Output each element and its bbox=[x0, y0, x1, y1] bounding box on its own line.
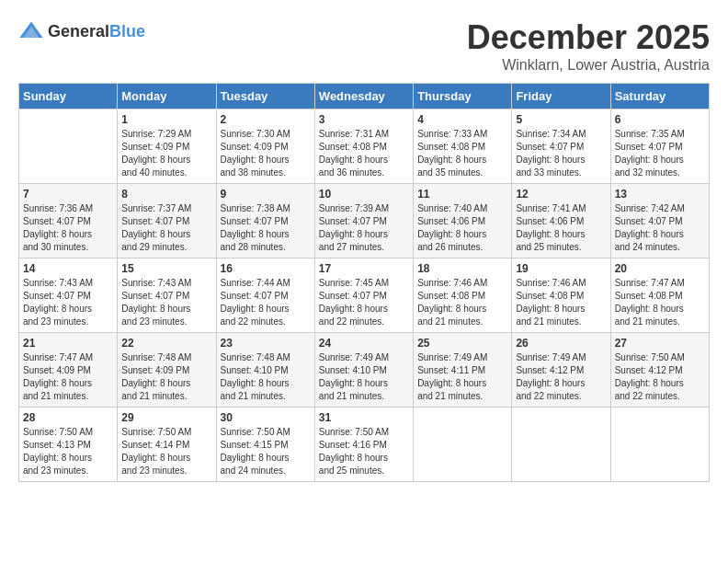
day-number: 15 bbox=[121, 262, 211, 275]
day-info: Sunrise: 7:48 AM Sunset: 4:09 PM Dayligh… bbox=[121, 351, 211, 403]
weekday-header-monday: Monday bbox=[118, 84, 216, 109]
day-info: Sunrise: 7:38 AM Sunset: 4:07 PM Dayligh… bbox=[221, 202, 311, 254]
day-number: 1 bbox=[121, 113, 211, 126]
day-number: 28 bbox=[23, 411, 113, 424]
week-row-3: 14Sunrise: 7:43 AM Sunset: 4:07 PM Dayli… bbox=[19, 259, 710, 333]
logo-general-text: General bbox=[48, 22, 109, 41]
day-number: 21 bbox=[23, 337, 113, 350]
day-info: Sunrise: 7:36 AM Sunset: 4:07 PM Dayligh… bbox=[23, 202, 113, 254]
day-info: Sunrise: 7:44 AM Sunset: 4:07 PM Dayligh… bbox=[221, 277, 311, 328]
day-cell: 8Sunrise: 7:37 AM Sunset: 4:07 PM Daylig… bbox=[118, 184, 216, 259]
weekday-header-thursday: Thursday bbox=[414, 84, 512, 109]
day-number: 13 bbox=[615, 188, 705, 201]
day-cell: 21Sunrise: 7:47 AM Sunset: 4:09 PM Dayli… bbox=[19, 333, 118, 408]
day-info: Sunrise: 7:50 AM Sunset: 4:13 PM Dayligh… bbox=[23, 426, 113, 477]
weekday-header-sunday: Sunday bbox=[19, 84, 118, 109]
day-cell: 17Sunrise: 7:45 AM Sunset: 4:07 PM Dayli… bbox=[314, 259, 413, 333]
day-info: Sunrise: 7:49 AM Sunset: 4:12 PM Dayligh… bbox=[516, 351, 606, 403]
day-number: 23 bbox=[221, 337, 311, 350]
day-info: Sunrise: 7:37 AM Sunset: 4:07 PM Dayligh… bbox=[121, 202, 211, 254]
day-number: 7 bbox=[23, 188, 113, 201]
month-title: December 2025 bbox=[467, 18, 710, 57]
day-cell: 28Sunrise: 7:50 AM Sunset: 4:13 PM Dayli… bbox=[19, 408, 118, 482]
day-info: Sunrise: 7:40 AM Sunset: 4:06 PM Dayligh… bbox=[417, 202, 507, 254]
day-number: 20 bbox=[615, 262, 705, 275]
logo: General Blue bbox=[18, 18, 145, 44]
day-cell: 6Sunrise: 7:35 AM Sunset: 4:07 PM Daylig… bbox=[610, 109, 709, 184]
day-number: 25 bbox=[417, 337, 507, 350]
day-cell: 14Sunrise: 7:43 AM Sunset: 4:07 PM Dayli… bbox=[19, 259, 118, 333]
day-cell: 15Sunrise: 7:43 AM Sunset: 4:07 PM Dayli… bbox=[118, 259, 216, 333]
day-number: 18 bbox=[417, 262, 507, 275]
day-number: 11 bbox=[417, 188, 507, 201]
day-cell: 16Sunrise: 7:44 AM Sunset: 4:07 PM Dayli… bbox=[216, 259, 314, 333]
day-number: 5 bbox=[516, 113, 606, 126]
day-number: 17 bbox=[319, 262, 409, 275]
day-number: 12 bbox=[516, 188, 606, 201]
day-info: Sunrise: 7:46 AM Sunset: 4:08 PM Dayligh… bbox=[516, 277, 606, 328]
day-cell: 4Sunrise: 7:33 AM Sunset: 4:08 PM Daylig… bbox=[414, 109, 512, 184]
day-info: Sunrise: 7:43 AM Sunset: 4:07 PM Dayligh… bbox=[121, 277, 211, 328]
day-info: Sunrise: 7:45 AM Sunset: 4:07 PM Dayligh… bbox=[319, 277, 409, 328]
day-cell: 7Sunrise: 7:36 AM Sunset: 4:07 PM Daylig… bbox=[19, 184, 118, 259]
day-info: Sunrise: 7:39 AM Sunset: 4:07 PM Dayligh… bbox=[319, 202, 409, 254]
day-info: Sunrise: 7:50 AM Sunset: 4:15 PM Dayligh… bbox=[221, 426, 311, 477]
day-cell: 1Sunrise: 7:29 AM Sunset: 4:09 PM Daylig… bbox=[118, 109, 216, 184]
day-info: Sunrise: 7:34 AM Sunset: 4:07 PM Dayligh… bbox=[516, 128, 606, 179]
day-info: Sunrise: 7:33 AM Sunset: 4:08 PM Dayligh… bbox=[417, 128, 507, 179]
day-cell: 24Sunrise: 7:49 AM Sunset: 4:10 PM Dayli… bbox=[314, 333, 413, 408]
day-cell bbox=[414, 408, 512, 482]
logo-icon bbox=[18, 18, 44, 44]
day-cell bbox=[512, 408, 610, 482]
day-cell: 11Sunrise: 7:40 AM Sunset: 4:06 PM Dayli… bbox=[414, 184, 512, 259]
day-number: 27 bbox=[615, 337, 705, 350]
day-cell: 18Sunrise: 7:46 AM Sunset: 4:08 PM Dayli… bbox=[414, 259, 512, 333]
title-block: December 2025 Winklarn, Lower Austria, A… bbox=[467, 18, 710, 74]
day-cell: 13Sunrise: 7:42 AM Sunset: 4:07 PM Dayli… bbox=[610, 184, 709, 259]
day-info: Sunrise: 7:50 AM Sunset: 4:12 PM Dayligh… bbox=[615, 351, 705, 403]
day-info: Sunrise: 7:50 AM Sunset: 4:16 PM Dayligh… bbox=[319, 426, 409, 477]
day-info: Sunrise: 7:35 AM Sunset: 4:07 PM Dayligh… bbox=[615, 128, 705, 179]
page-header: General Blue December 2025 Winklarn, Low… bbox=[18, 18, 710, 74]
week-row-2: 7Sunrise: 7:36 AM Sunset: 4:07 PM Daylig… bbox=[19, 184, 710, 259]
day-info: Sunrise: 7:46 AM Sunset: 4:08 PM Dayligh… bbox=[417, 277, 507, 328]
day-number: 24 bbox=[319, 337, 409, 350]
day-cell: 22Sunrise: 7:48 AM Sunset: 4:09 PM Dayli… bbox=[118, 333, 216, 408]
day-number: 4 bbox=[417, 113, 507, 126]
day-cell: 2Sunrise: 7:30 AM Sunset: 4:09 PM Daylig… bbox=[216, 109, 314, 184]
day-number: 19 bbox=[516, 262, 606, 275]
day-cell: 25Sunrise: 7:49 AM Sunset: 4:11 PM Dayli… bbox=[414, 333, 512, 408]
weekday-header-saturday: Saturday bbox=[610, 84, 709, 109]
day-info: Sunrise: 7:31 AM Sunset: 4:08 PM Dayligh… bbox=[319, 128, 409, 179]
day-number: 3 bbox=[319, 113, 409, 126]
calendar-table: SundayMondayTuesdayWednesdayThursdayFrid… bbox=[18, 83, 710, 482]
day-number: 31 bbox=[319, 411, 409, 424]
day-cell: 12Sunrise: 7:41 AM Sunset: 4:06 PM Dayli… bbox=[512, 184, 610, 259]
day-info: Sunrise: 7:48 AM Sunset: 4:10 PM Dayligh… bbox=[221, 351, 311, 403]
day-info: Sunrise: 7:49 AM Sunset: 4:10 PM Dayligh… bbox=[319, 351, 409, 403]
location-title: Winklarn, Lower Austria, Austria bbox=[467, 57, 710, 74]
day-number: 9 bbox=[221, 188, 311, 201]
day-info: Sunrise: 7:42 AM Sunset: 4:07 PM Dayligh… bbox=[615, 202, 705, 254]
day-cell: 23Sunrise: 7:48 AM Sunset: 4:10 PM Dayli… bbox=[216, 333, 314, 408]
day-number: 30 bbox=[221, 411, 311, 424]
day-number: 29 bbox=[121, 411, 211, 424]
week-row-4: 21Sunrise: 7:47 AM Sunset: 4:09 PM Dayli… bbox=[19, 333, 710, 408]
day-cell bbox=[610, 408, 709, 482]
day-info: Sunrise: 7:50 AM Sunset: 4:14 PM Dayligh… bbox=[121, 426, 211, 477]
day-info: Sunrise: 7:49 AM Sunset: 4:11 PM Dayligh… bbox=[417, 351, 507, 403]
day-info: Sunrise: 7:43 AM Sunset: 4:07 PM Dayligh… bbox=[23, 277, 113, 328]
day-number: 22 bbox=[121, 337, 211, 350]
day-cell bbox=[19, 109, 118, 184]
week-row-1: 1Sunrise: 7:29 AM Sunset: 4:09 PM Daylig… bbox=[19, 109, 710, 184]
day-info: Sunrise: 7:47 AM Sunset: 4:09 PM Dayligh… bbox=[23, 351, 113, 403]
day-cell: 26Sunrise: 7:49 AM Sunset: 4:12 PM Dayli… bbox=[512, 333, 610, 408]
day-number: 10 bbox=[319, 188, 409, 201]
day-cell: 3Sunrise: 7:31 AM Sunset: 4:08 PM Daylig… bbox=[314, 109, 413, 184]
day-number: 2 bbox=[221, 113, 311, 126]
day-number: 16 bbox=[221, 262, 311, 275]
day-cell: 29Sunrise: 7:50 AM Sunset: 4:14 PM Dayli… bbox=[118, 408, 216, 482]
day-info: Sunrise: 7:29 AM Sunset: 4:09 PM Dayligh… bbox=[121, 128, 211, 179]
logo-blue-text: Blue bbox=[109, 22, 145, 41]
day-number: 26 bbox=[516, 337, 606, 350]
